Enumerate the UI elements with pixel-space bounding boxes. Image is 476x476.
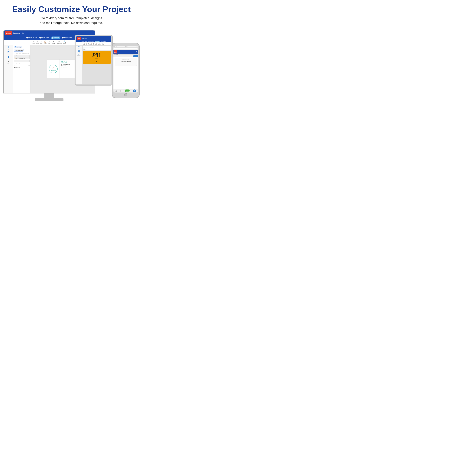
- tablet-tool-image[interactable]: 🖼 Image: [78, 50, 80, 52]
- tablet-step-4[interactable]: 4 Preview & Print: [100, 41, 107, 42]
- phone-tab-undo[interactable]: Undo: [118, 55, 123, 57]
- phone-add-icon: +: [127, 90, 128, 91]
- phone-tab-redo[interactable]: Redo: [123, 55, 128, 57]
- tablet-more-icon: •••: [79, 57, 79, 58]
- toolbar-arrange[interactable]: ⊞ Arrange: [52, 40, 55, 44]
- tablet-redo-icon: ↪: [86, 43, 87, 44]
- desktop-left-panel: T Text 🖼 Image ⬇ Import Data: [4, 45, 13, 93]
- label-preview: 🍒 iced creamery 2314 W. G: [47, 59, 79, 78]
- tablet-step-1[interactable]: 1 Choose Product: [80, 41, 87, 42]
- phone-tab-full[interactable]: Full: [128, 55, 133, 57]
- add-image-icon: 🖼: [15, 46, 16, 48]
- phone-url-bar[interactable]: app.print.avery.com: [114, 48, 137, 50]
- diamond-icon: ◆: [15, 55, 16, 56]
- change-color-option[interactable]: ◆ Change Color: [14, 55, 30, 57]
- phone-view-icon: 👁: [120, 90, 121, 91]
- text-icon: T: [8, 46, 9, 49]
- phone-btn-view[interactable]: 👁 View: [120, 90, 121, 92]
- tablet-tb-redo[interactable]: ↪Redo: [86, 43, 87, 45]
- phone-label-addr1: 901 Miller Crossing: [116, 63, 136, 63]
- phone-menu-icon[interactable]: ☰: [136, 51, 137, 53]
- pkg-label: P91 EST .: [83, 51, 111, 64]
- phone-btn-add[interactable]: + Add Objects: [125, 89, 130, 92]
- align-icon: ≡: [49, 40, 50, 43]
- tablet-tb-paste[interactable]: 📋Paste: [90, 43, 92, 45]
- tablet-tool-more[interactable]: ••• More: [78, 57, 80, 59]
- phone-sheet-icon: ⊞: [116, 90, 117, 91]
- transparency-label: Transparency:: [14, 63, 30, 64]
- tablet-image-icon: 🖼: [78, 50, 80, 52]
- step-btn-3[interactable]: 3Customize: [51, 36, 60, 39]
- tablet-tool-text[interactable]: T Text: [78, 46, 80, 49]
- phone-speaker: [123, 45, 129, 45]
- see-how-link[interactable]: ▶ See How: [14, 67, 30, 68]
- paste-icon: 📋: [44, 40, 47, 43]
- phone-logo-text: AVERY: [114, 52, 117, 53]
- tablet-topbar: AVERY | Design & Print: [76, 36, 111, 40]
- tablet-body: AVERY | Design & Print 1 Choose Product …: [75, 35, 113, 85]
- step-btn-4[interactable]: 4Preview & Print: [61, 36, 73, 39]
- toolbar-copy[interactable]: ⧉ Copy: [40, 40, 43, 44]
- toolbar-redo[interactable]: ↪ Redo: [36, 40, 38, 44]
- subtitle: Go to Avery.com for free templates, desi…: [40, 16, 103, 25]
- image-icon: 🖼: [7, 51, 10, 53]
- tablet-screen: AVERY | Design & Print 1 Choose Product …: [76, 36, 111, 84]
- phone-tab-fit[interactable]: Fit: [113, 55, 118, 57]
- phone-label-area: KINDLY DELIVER TO Miss Anna Eddlsen 901 …: [115, 58, 137, 66]
- tool-import[interactable]: ⬇ Import Data: [6, 56, 10, 60]
- lock-checkbox-input[interactable]: [14, 52, 16, 54]
- tool-text[interactable]: T Text: [7, 46, 9, 50]
- pkg-inner: P91 EST .: [92, 52, 101, 62]
- tablet-text-icon: T: [78, 46, 80, 48]
- monitor-base: [35, 98, 64, 101]
- devices-container: AVERY | Design & Print 1Choose Product 2…: [3, 30, 140, 117]
- tablet-tb-align[interactable]: ≡Align: [93, 43, 94, 45]
- arrange-icon: ⊞: [53, 40, 54, 43]
- phone-carrier: Verizon ★: [114, 46, 117, 47]
- tablet-toolbar: ↩Undo ↪Redo ⧉Copy 📋Paste ≡Align ⊞Arrange…: [76, 42, 111, 46]
- background-icon: ▭: [58, 40, 60, 43]
- step-btn-1[interactable]: 1Choose Product: [25, 36, 38, 39]
- replace-image-button[interactable]: ↺ Replace Image: [14, 49, 23, 51]
- lock-aspect-checkbox[interactable]: Lock Background Aspect Ratio: [14, 52, 30, 54]
- phone-screen: Verizon ★ 5:01 PM 54% app.print.avery.co…: [113, 46, 138, 92]
- tablet-undo-icon: ↩: [84, 43, 85, 44]
- tablet-tb-undo[interactable]: ↩Undo: [84, 43, 85, 45]
- transparency-bar[interactable]: [14, 64, 30, 64]
- transparency-section: Transparency: 0% 95%: [14, 63, 30, 66]
- phone-content: KINDLY DELIVER TO Miss Anna Eddlsen 901 …: [113, 57, 138, 89]
- tablet: AVERY | Design & Print 1 Choose Product …: [75, 35, 113, 85]
- tablet-tb-arrange[interactable]: ⊞Arrange: [95, 43, 97, 45]
- tool-image[interactable]: 🖼 Image: [7, 51, 10, 55]
- desktop-avery-logo: AVERY: [5, 32, 12, 35]
- tablet-import-icon: ⬇: [78, 53, 80, 55]
- add-image-button[interactable]: 🖼 Add Image: [14, 46, 22, 48]
- phone-kindly-text: KINDLY DELIVER TO: [116, 59, 136, 60]
- step-btn-2[interactable]: 2Choose Design: [38, 36, 50, 39]
- toolbar-zoom[interactable]: 🔍 Zoom: [64, 40, 66, 44]
- phone-tab-print[interactable]: Print: [133, 55, 138, 57]
- phone-btn-sheet[interactable]: ⊞ Sheet: [116, 90, 117, 92]
- desktop-logo-text: AVERY: [6, 33, 11, 34]
- toolbar-align[interactable]: ≡ Align: [48, 40, 50, 44]
- tablet-step-3[interactable]: 3 Customize: [95, 41, 100, 42]
- phone-print-icon: 🖨: [134, 90, 135, 91]
- phone-home-button[interactable]: [124, 93, 127, 96]
- toolbar-undo[interactable]: ↩ Undo: [33, 40, 35, 44]
- toolbar-paste[interactable]: 📋 Paste: [44, 40, 47, 44]
- subtitle-line1: Go to Avery.com for free templates, desi…: [41, 16, 102, 20]
- tool-more[interactable]: ••• More: [7, 61, 10, 64]
- tablet-logo-text: AVERY: [77, 38, 80, 39]
- tablet-brand: | Design & Print: [81, 38, 87, 39]
- crop-icon: ⊡: [15, 60, 16, 61]
- tablet-tb-copy[interactable]: ⧉Copy: [88, 43, 89, 45]
- tablet-tool-import[interactable]: ⬇ Import Data: [77, 53, 80, 56]
- tablet-step-2[interactable]: 2 Choose Design: [87, 41, 94, 42]
- phone-battery: 54%: [136, 46, 137, 47]
- tablet-tb-zoom[interactable]: 🔍Zoom: [102, 43, 104, 45]
- toolbar-background[interactable]: ▭ Background: [57, 40, 62, 44]
- crop-image-option[interactable]: ⊡ Crop Image: [14, 60, 30, 62]
- transparent-color-option[interactable]: ◆ Set Transparent Color: [14, 57, 30, 59]
- tablet-tb-bg[interactable]: ▭Background: [98, 43, 102, 45]
- phone-btn-print[interactable]: 🖨 Print: [133, 89, 136, 92]
